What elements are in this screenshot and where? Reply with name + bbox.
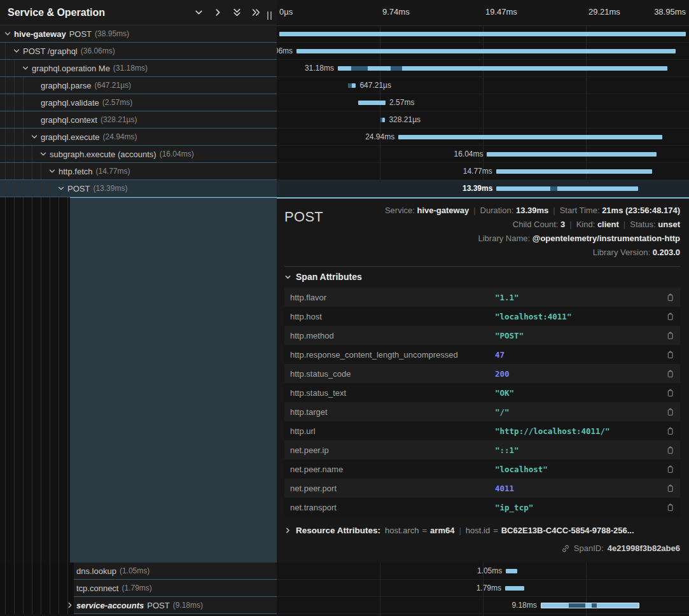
expand-one-button[interactable] (193, 8, 204, 18)
chevron-down-icon[interactable] (4, 30, 13, 39)
span-tree-row[interactable]: graphql.execute(24.94ms) (0, 129, 277, 146)
copy-button[interactable] (664, 388, 674, 398)
meta-label: Duration: (480, 206, 516, 215)
bar-duration-label: 328.21µs (389, 111, 421, 129)
tree-header: Service & Operation (0, 0, 277, 25)
waterfall-row[interactable]: 2.57ms (277, 94, 689, 111)
panel-resize-handle[interactable] (267, 11, 272, 20)
copy-button[interactable] (664, 445, 674, 455)
copy-button[interactable] (664, 503, 674, 512)
span-bar[interactable] (506, 569, 517, 573)
collapse-all-button[interactable] (251, 8, 261, 18)
span-bar[interactable] (380, 118, 386, 122)
waterfall-row[interactable]: 36.06ms (277, 43, 689, 60)
bar-duration-label: 14.77ms (463, 163, 492, 180)
copy-button[interactable] (664, 350, 674, 360)
span-duration: (13.39ms) (93, 184, 127, 193)
indent-guide (23, 77, 24, 94)
link-icon[interactable] (561, 544, 570, 553)
waterfall-row[interactable]: 14.77ms (277, 163, 689, 180)
indent-guide (50, 197, 50, 563)
span-bar[interactable] (505, 586, 524, 591)
copy-button[interactable] (664, 465, 674, 474)
span-tree-row[interactable]: hive-gatewayPOST(38.95ms) (0, 25, 277, 43)
chevron-right-icon[interactable] (66, 601, 75, 610)
detail-header: POST Service: hive-gateway|Duration: 13.… (284, 204, 680, 260)
span-bar[interactable] (541, 603, 639, 608)
span-bar[interactable] (398, 135, 662, 139)
copy-button[interactable] (664, 369, 674, 379)
chevron-down-icon[interactable] (13, 47, 22, 56)
span-duration: (14.77ms) (95, 167, 130, 176)
waterfall-row[interactable]: 1.05ms (277, 563, 689, 580)
waterfall-row[interactable]: 13.39ms (277, 180, 689, 197)
waterfall-row[interactable]: 9.18ms (277, 597, 689, 614)
span-bar[interactable] (348, 83, 356, 88)
resource-attributes-row[interactable]: Resource Attributes: host.arch=arm64|hos… (284, 526, 680, 535)
span-bar[interactable] (338, 66, 667, 71)
span-bar[interactable] (496, 186, 638, 191)
waterfall-row[interactable]: 16.04ms (277, 146, 689, 163)
span-tree-row[interactable]: tcp.connect(1.79ms) (0, 580, 277, 597)
indent-guide (23, 580, 24, 597)
span-bar[interactable] (358, 101, 386, 105)
span-tree-row[interactable]: subgraph.execute (accounts)(16.04ms) (0, 146, 277, 163)
resource-key: host.arch (385, 526, 419, 535)
span-label: graphql.parse(647.21µs) (41, 77, 274, 94)
span-bar[interactable] (279, 32, 686, 36)
span-detail-spacer (0, 197, 277, 563)
waterfall-row[interactable]: 31.18ms (277, 60, 689, 77)
bar-self-time-mark (592, 603, 597, 608)
chevron-down-icon[interactable] (48, 167, 57, 176)
indent-guide (5, 563, 6, 580)
chevron-down-icon[interactable] (57, 185, 66, 193)
span-tree-row[interactable]: graphql.operation Me(31.18ms) (0, 60, 277, 77)
span-tree-row[interactable]: dns.lookup(1.05ms) (0, 563, 277, 580)
resource-value: BC62E13B-C4CC-5854-9788-256... (501, 526, 634, 535)
span-tree-row[interactable]: graphql.context(328.21µs) (0, 111, 277, 129)
timeline-ruler: 0µs 9.74ms 19.47ms 29.21ms 38.95ms (277, 0, 689, 26)
span-bar[interactable] (296, 49, 676, 53)
indent-guide (32, 563, 32, 580)
timeline-panel: 0µs 9.74ms 19.47ms 29.21ms 38.95ms 36.06… (277, 0, 689, 616)
expand-all-button[interactable] (232, 8, 242, 18)
collapse-one-button[interactable] (212, 8, 223, 18)
attribute-value: "1.1" (495, 293, 664, 302)
span-bar[interactable] (496, 169, 653, 174)
span-tree-row[interactable]: service-accountsPOST(9.18ms) (0, 597, 277, 614)
waterfall-row[interactable]: 328.21µs (277, 111, 689, 129)
span-tree-row[interactable]: http.fetch(14.77ms) (0, 163, 277, 180)
span-label: graphql.context(328.21µs) (41, 111, 274, 128)
span-tree-row[interactable]: POST(13.39ms) (0, 180, 277, 197)
copy-button[interactable] (664, 331, 674, 340)
span-label: http.fetch(14.77ms) (59, 163, 274, 179)
chevron-down-icon[interactable] (22, 64, 31, 73)
span-attributes-header[interactable]: Span Attributes (284, 272, 680, 282)
indent-guide (59, 580, 59, 597)
waterfall-row[interactable]: 1.79ms (277, 580, 689, 597)
span-bar[interactable] (487, 152, 657, 157)
waterfall-row[interactable] (277, 25, 689, 43)
copy-button[interactable] (664, 484, 674, 493)
attribute-key: http.url (290, 426, 495, 436)
span-tree-row[interactable]: graphql.validate(2.57ms) (0, 94, 277, 111)
indent-guide (23, 197, 24, 563)
waterfall-row[interactable]: 24.94ms (277, 129, 689, 146)
copy-button[interactable] (664, 407, 674, 417)
indent-guide (5, 77, 6, 94)
meta-value: 13.39ms (516, 206, 548, 215)
attribute-row: net.transport"ip_tcp" (284, 498, 680, 517)
meta-value: 3 (560, 220, 565, 229)
span-tree-row[interactable]: graphql.parse(647.21µs) (0, 77, 277, 94)
span-tree-row[interactable]: POST /graphql(36.06ms) (0, 43, 277, 60)
copy-button[interactable] (664, 426, 674, 436)
chevron-down-icon[interactable] (31, 133, 39, 142)
meta-label: Start Time: (560, 206, 602, 215)
chevron-down-icon[interactable] (39, 150, 48, 159)
attribute-row: net.peer.ip"::1" (284, 440, 680, 459)
copy-button[interactable] (664, 312, 674, 321)
attribute-row: http.url"http://localhost:4011/" (284, 421, 680, 440)
copy-button[interactable] (664, 293, 674, 302)
waterfall-row[interactable]: 647.21µs (277, 77, 689, 94)
attribute-row: net.peer.name"localhost" (284, 459, 680, 479)
